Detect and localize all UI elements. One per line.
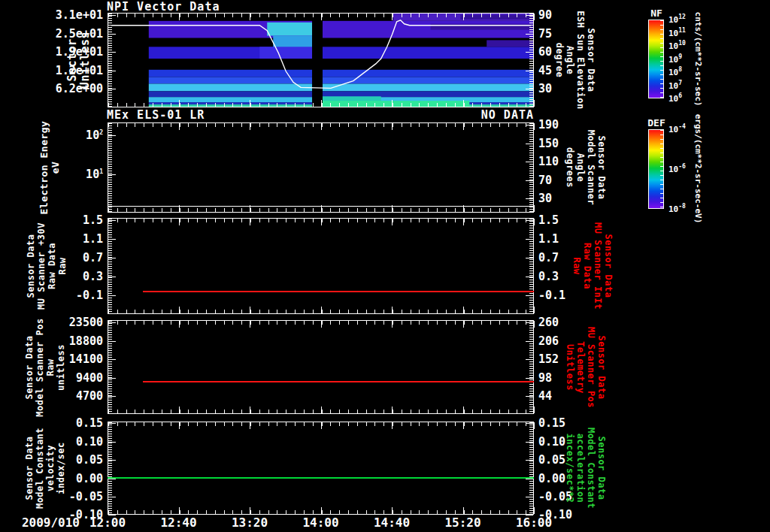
- x-major-tick: [321, 307, 322, 313]
- colorbar-def-title: DEF: [641, 117, 671, 128]
- x-major-tick: [321, 321, 322, 328]
- panel3-right-tick-label: 0.3: [538, 270, 559, 283]
- x-major-tick: [321, 100, 322, 107]
- y-major-tick: [526, 71, 533, 71]
- colorbar-tick-label: 106: [668, 94, 682, 104]
- y-major-tick: [108, 15, 116, 16]
- x-major-tick: [463, 14, 464, 20]
- panel2-frame: [108, 122, 534, 213]
- panel3-right-tick-label: 0.7: [538, 251, 559, 264]
- y-major-tick: [526, 15, 533, 16]
- panel1-right-tick-label: 60: [538, 45, 552, 59]
- y-major-tick: [526, 220, 533, 221]
- x-major-tick: [179, 507, 180, 514]
- x-major-tick: [321, 14, 322, 20]
- panel2-title: MEx ELS-01 LR: [107, 108, 205, 122]
- colorbar-tick-label: 1011: [668, 29, 686, 38]
- y-major-tick: [108, 378, 116, 379]
- y-major-tick: [526, 258, 533, 258]
- x-major-tick: [534, 100, 535, 107]
- panel1-right-tick-label: 45: [538, 64, 552, 77]
- x-major-tick: [108, 123, 108, 130]
- colorbar-minor-ticks: [660, 130, 663, 208]
- y-major-tick: [526, 277, 533, 277]
- y-major-tick: [526, 162, 533, 162]
- x-major-tick: [321, 422, 322, 429]
- y-major-tick: [526, 180, 533, 181]
- panel2-minor-ticks-left: [108, 123, 112, 212]
- x-major-tick: [463, 219, 464, 225]
- panel4-frame: [108, 320, 534, 414]
- panel2-right-tick-label: 30: [538, 192, 552, 205]
- panel5-minor-ticks-right: [529, 422, 533, 514]
- x-major-tick: [534, 307, 535, 313]
- x-major-tick: [392, 219, 393, 225]
- x-major-tick: [534, 422, 535, 429]
- x-major-tick: [463, 321, 464, 328]
- x-major-tick: [321, 507, 322, 514]
- x-major-tick: [534, 14, 535, 20]
- x-major-tick: [321, 407, 322, 413]
- y-major-tick: [526, 125, 533, 125]
- x-major-tick: [179, 123, 180, 130]
- panel2-right-tick-label: 110: [538, 155, 559, 168]
- y-major-tick: [108, 89, 116, 89]
- y-major-tick: [108, 34, 116, 35]
- x-major-tick: [534, 321, 535, 328]
- panel4-minor-ticks-left: [108, 321, 112, 413]
- y-major-tick: [108, 322, 116, 323]
- y-major-tick: [108, 239, 116, 240]
- panel2-right-tick-label: 150: [538, 137, 559, 150]
- y-major-tick: [526, 34, 533, 35]
- panel3-right-tick-label: -0.1: [538, 289, 565, 302]
- x-major-tick: [250, 307, 250, 313]
- panel1-minor-ticks-right: [529, 14, 533, 107]
- els-baseline: [108, 206, 533, 207]
- colorbar-tick-label: 1010: [668, 41, 686, 51]
- y-major-tick: [526, 497, 533, 497]
- y-major-tick: [526, 378, 533, 379]
- x-major-tick: [392, 407, 393, 413]
- x-major-tick: [321, 123, 322, 130]
- y-major-tick: [108, 277, 116, 277]
- x-major-tick: [179, 100, 180, 107]
- y-major-tick: [108, 295, 116, 296]
- x-major-tick: [250, 123, 250, 130]
- panel3-frame: [108, 218, 534, 314]
- x-major-tick: [108, 100, 108, 107]
- colorbar-tick-label: 10-6: [668, 165, 686, 174]
- y-major-tick: [526, 322, 533, 323]
- y-major-tick: [108, 71, 116, 71]
- colorbar-tick-label: 10-4: [668, 125, 686, 135]
- colorbar-tick-label: 108: [668, 68, 682, 77]
- data-line-panel4: [143, 381, 534, 382]
- x-major-tick: [250, 422, 250, 429]
- panel1-right-tick-label: 30: [538, 82, 552, 95]
- panel3-minor-ticks-left: [108, 219, 112, 313]
- panel1-right-tick-label: 90: [538, 8, 552, 22]
- science-plot-page: NPI Vector Data MEx ELS-01 LR NO DATA 20…: [0, 0, 770, 532]
- x-major-tick: [392, 14, 393, 20]
- y-major-tick: [526, 359, 533, 360]
- y-major-tick: [108, 174, 116, 175]
- y-major-tick: [526, 198, 533, 199]
- panel5-right-tick-label: 0.05: [538, 453, 565, 467]
- colorbar-nf: [648, 20, 664, 98]
- panel3-right-tick-label: 1.5: [538, 213, 559, 227]
- x-major-tick: [392, 507, 393, 514]
- x-major-tick: [463, 507, 464, 514]
- colorbar-minor-ticks: [660, 20, 663, 98]
- panel5-right-tick-label: 0.00: [538, 472, 565, 485]
- x-major-tick: [534, 205, 535, 212]
- x-major-tick: [463, 100, 464, 107]
- x-major-tick: [392, 321, 393, 328]
- panel1-right-tick-label: 75: [538, 27, 552, 41]
- x-major-tick: [108, 407, 108, 413]
- x-major-tick: [179, 307, 180, 313]
- panel5-right-tick-label: 0.10: [538, 435, 565, 449]
- panel4-right-tick-label: 152: [538, 352, 559, 366]
- x-tick-label: 14:40: [362, 515, 422, 530]
- panel3-minor-ticks-right: [529, 219, 533, 313]
- x-major-tick: [108, 507, 108, 514]
- x-major-tick: [179, 321, 180, 328]
